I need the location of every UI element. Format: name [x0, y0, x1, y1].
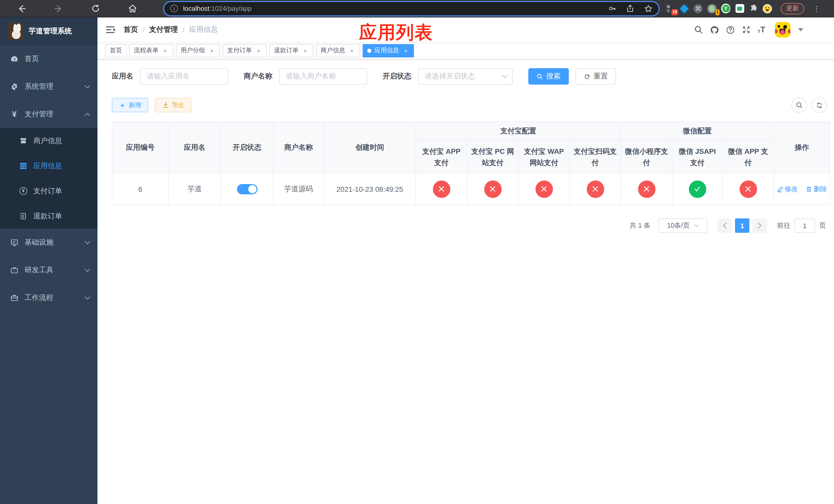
- page-size-select[interactable]: 10条/页: [659, 219, 707, 233]
- edit-link[interactable]: 修改: [777, 184, 798, 193]
- sidebar-item-label: 商户信息: [33, 136, 62, 145]
- alipay-qr-status-icon: [587, 180, 604, 198]
- extension-gem-icon[interactable]: [680, 4, 689, 13]
- page-number-1[interactable]: 1: [735, 219, 749, 233]
- github-icon[interactable]: [710, 25, 719, 35]
- cell-created: 2021-10-23 08:49:25: [324, 173, 416, 205]
- tab-merchant-info[interactable]: 商户信息×: [316, 44, 360, 57]
- user-avatar[interactable]: [775, 22, 790, 38]
- status-select[interactable]: 请选择开启状态: [418, 68, 513, 85]
- extension-yuque-icon[interactable]: Y: [721, 4, 730, 13]
- tab-process-form[interactable]: 流程表单×: [129, 44, 173, 57]
- browser-chrome: i localhost:1024/pay/app 10 ⌘ 1 Y: [0, 0, 834, 18]
- status-toggle[interactable]: [237, 184, 257, 194]
- pencil-icon: [777, 186, 783, 192]
- browser-menu-icon[interactable]: ⋮: [813, 6, 818, 11]
- col-alipay-qr: 支付宝扫码支付: [570, 140, 621, 173]
- wechat-app-status-icon: [739, 180, 757, 198]
- merchant-name-input[interactable]: 请输入商户名称: [279, 68, 367, 85]
- profile-avatar-icon[interactable]: [763, 4, 772, 13]
- sidebar-item-infrastructure[interactable]: 基础设施: [0, 229, 97, 256]
- sidebar-toggle-icon[interactable]: [105, 25, 115, 35]
- wechat-mini-status-icon: [638, 180, 655, 198]
- extension-command-icon[interactable]: ⌘: [694, 4, 703, 13]
- close-icon[interactable]: ×: [161, 47, 169, 54]
- delete-link[interactable]: 删除: [806, 184, 827, 193]
- cell-merchant: 芋道源码: [273, 173, 324, 205]
- sidebar-item-label: 应用信息: [33, 161, 62, 170]
- tab-home[interactable]: 首页: [105, 44, 127, 57]
- browser-home-icon[interactable]: [127, 3, 137, 14]
- url-text: localhost:1024/pay/app: [183, 5, 251, 12]
- search-button[interactable]: 搜索: [528, 68, 569, 85]
- browser-reload-icon[interactable]: [90, 3, 101, 14]
- reset-button[interactable]: 重置: [575, 68, 616, 85]
- page-content: 应用名 请输入应用名 商户名称 请输入商户名称 开启状态 请选择开启状态: [97, 60, 834, 504]
- goto-page-input[interactable]: [794, 219, 815, 233]
- extension-tabs-icon[interactable]: 10: [666, 4, 675, 13]
- app-table: 应用编号 应用名 开启状态 商户名称 创建时间 支付宝配置 微信配置 操作 支付…: [112, 121, 830, 205]
- col-wechat-app: 微信 APP 支付: [722, 140, 774, 173]
- export-button[interactable]: 导出: [155, 98, 191, 112]
- sidebar-item-payment[interactable]: ¥ 支付管理: [0, 100, 97, 128]
- chevron-up-icon: [85, 113, 90, 116]
- sidebar-item-label: 系统管理: [25, 82, 85, 91]
- monitor-icon: [10, 238, 19, 247]
- briefcase-icon: [10, 294, 19, 302]
- sidebar-item-home[interactable]: 首页: [0, 45, 97, 73]
- sidebar-item-pay-order[interactable]: ¥ 支付订单: [0, 178, 97, 204]
- header-search-icon[interactable]: [694, 25, 703, 35]
- app-name-input[interactable]: 请输入应用名: [140, 68, 228, 85]
- browser-forward-icon[interactable]: [53, 3, 64, 14]
- annotation-title: 应用列表: [359, 21, 433, 45]
- tab-pay-order[interactable]: 支付订单×: [223, 44, 267, 57]
- pagination: 共 1 条 10条/页 1 前往: [112, 219, 827, 233]
- breadcrumb-home[interactable]: 首页: [124, 25, 138, 35]
- col-app-id: 应用编号: [112, 122, 169, 173]
- bookmark-star-icon[interactable]: [644, 4, 653, 13]
- next-page-button[interactable]: [752, 219, 767, 233]
- close-icon[interactable]: ×: [208, 47, 215, 54]
- sidebar-item-devtools[interactable]: 研发工具: [0, 256, 97, 284]
- prev-page-button[interactable]: [718, 219, 732, 233]
- font-size-icon[interactable]: тT: [758, 26, 765, 34]
- site-info-icon[interactable]: i: [170, 5, 178, 12]
- extensions-puzzle-icon[interactable]: [749, 4, 758, 13]
- share-icon[interactable]: [626, 4, 635, 13]
- browser-update-button[interactable]: 更新: [781, 3, 804, 14]
- breadcrumb-payment[interactable]: 支付管理: [149, 25, 178, 35]
- close-icon[interactable]: ×: [255, 47, 262, 54]
- address-bar[interactable]: i localhost:1024/pay/app: [164, 2, 659, 15]
- payment-submenu: 商户信息 应用信息 ¥ 支付订单: [0, 128, 97, 229]
- close-icon[interactable]: ×: [302, 47, 309, 54]
- extension-chat-icon[interactable]: [735, 4, 744, 13]
- add-button[interactable]: + 新增: [112, 98, 148, 112]
- close-icon[interactable]: ×: [348, 47, 355, 54]
- avatar-caret-icon[interactable]: [798, 28, 803, 31]
- status-label: 开启状态: [382, 72, 411, 81]
- document-icon: [20, 212, 27, 220]
- sidebar-item-workflow[interactable]: 工作流程: [0, 284, 97, 312]
- refresh-table-button[interactable]: [811, 97, 827, 113]
- col-alipay-wap: 支付宝 WAP 网站支付: [518, 140, 570, 173]
- browser-back-icon[interactable]: [16, 3, 27, 14]
- tab-refund-order[interactable]: 退款订单×: [269, 44, 313, 57]
- sidebar-item-system[interactable]: 系统管理: [0, 73, 97, 100]
- sidebar-item-refund-order[interactable]: 退款订单: [0, 204, 97, 229]
- sidebar-item-label: 工作流程: [25, 293, 85, 302]
- merchant-name-label: 商户名称: [244, 72, 272, 81]
- tab-app-info-active[interactable]: 应用信息×: [363, 44, 414, 57]
- fullscreen-icon[interactable]: [742, 25, 751, 35]
- close-icon[interactable]: ×: [402, 47, 409, 54]
- briefcase-icon: [10, 266, 19, 274]
- password-key-icon[interactable]: [608, 4, 616, 13]
- toggle-search-button[interactable]: [791, 97, 807, 113]
- help-icon[interactable]: [726, 25, 735, 35]
- extension-recorder-icon[interactable]: 1: [707, 4, 717, 13]
- sidebar-item-merchant-info[interactable]: 商户信息: [0, 128, 97, 153]
- chevron-down-icon: [502, 75, 507, 78]
- sidebar-item-app-info[interactable]: 应用信息: [0, 153, 97, 178]
- sidebar-logo[interactable]: 芋道管理系统: [0, 18, 97, 45]
- tab-user-group[interactable]: 用户分组×: [176, 44, 220, 57]
- cell-app-name: 芋道: [169, 173, 221, 205]
